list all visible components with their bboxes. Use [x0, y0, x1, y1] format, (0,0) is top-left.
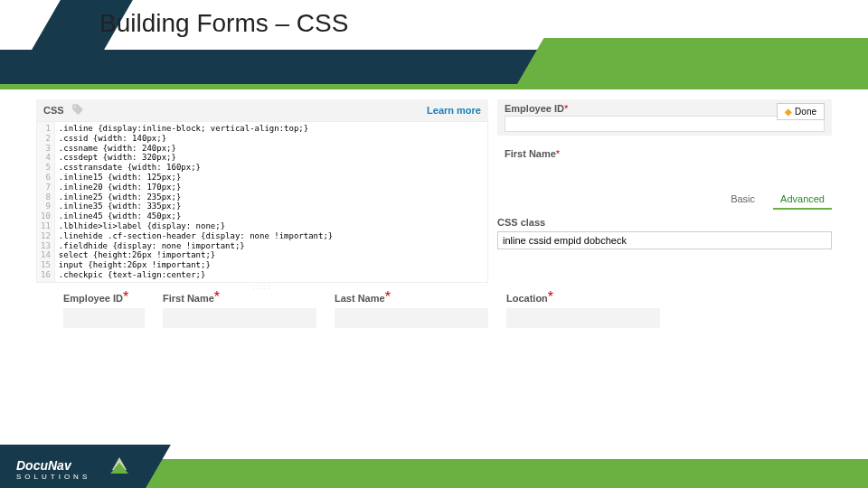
required-asterisk: *: [123, 289, 128, 305]
field-first-name-row: First Name*: [497, 139, 832, 163]
properties-tabs: Basic Advanced: [497, 190, 832, 210]
preview-label: Location: [506, 293, 548, 304]
logo-name: DocuNav: [16, 458, 90, 473]
preview-input-first-name[interactable]: [163, 308, 316, 328]
field-employee-id-row[interactable]: Employee ID* ◆ Done: [497, 99, 832, 136]
preview-input-employee-id[interactable]: [63, 308, 145, 328]
code-line: input {height:26px !important;}: [59, 260, 333, 270]
code-line: .cssdept {width: 320px;}: [59, 153, 333, 163]
code-line: .inline15 {width: 125px;}: [59, 173, 333, 183]
field-label: Employee ID: [505, 103, 564, 114]
preview-label: Employee ID: [63, 293, 123, 304]
code-line: .fieldhide {display: none !important;}: [59, 241, 333, 251]
css-editor-panel: CSS Learn more 12345678910111213141516 .…: [36, 99, 488, 291]
code-line: select {height:26px !important;}: [59, 250, 333, 260]
preview-input-last-name[interactable]: [335, 308, 488, 328]
content-area: CSS Learn more 12345678910111213141516 .…: [36, 99, 832, 291]
field-label: First Name: [505, 148, 556, 159]
required-asterisk: *: [556, 148, 560, 159]
code-line: .inline {display:inline-block; vertical-…: [59, 124, 333, 134]
code-line: .lblhide>li>label {display: none;}: [59, 221, 333, 231]
code-content[interactable]: .inline {display:inline-block; vertical-…: [55, 122, 336, 282]
css-panel-label: CSS: [43, 105, 64, 116]
preview-last-name: Last Name*: [335, 289, 488, 328]
code-line: .cssname {width: 240px;}: [59, 144, 333, 154]
code-editor[interactable]: 12345678910111213141516 .inline {display…: [36, 121, 488, 283]
preview-label: First Name: [163, 293, 214, 304]
preview-employee-id: Employee ID*: [63, 289, 145, 328]
form-preview-row: Employee ID* First Name* Last Name* Loca…: [63, 289, 805, 328]
code-line: .inline25 {width: 235px;}: [59, 192, 333, 202]
learn-more-link[interactable]: Learn more: [427, 105, 481, 116]
preview-label: Last Name: [335, 293, 385, 304]
css-class-label: CSS class: [497, 217, 832, 228]
required-asterisk: *: [214, 289, 220, 305]
code-line: .cssid {width: 140px;}: [59, 134, 333, 144]
done-arrow-icon: ◆: [785, 107, 792, 117]
preview-first-name: First Name*: [163, 289, 316, 328]
slide-header: Building Forms – CSS: [0, 0, 868, 86]
tab-basic[interactable]: Basic: [723, 190, 762, 210]
required-asterisk: *: [548, 289, 553, 305]
line-numbers: 12345678910111213141516: [37, 122, 55, 282]
code-line: .inline35 {width: 335px;}: [59, 202, 333, 211]
css-panel-header: CSS Learn more: [36, 99, 488, 121]
logo-icon: [108, 450, 130, 479]
code-line: .checkpic {text-align:center;}: [59, 270, 333, 280]
required-asterisk: *: [564, 103, 568, 114]
slide-title: Building Forms – CSS: [99, 9, 348, 38]
code-line: .linehide .cf-section-header {display: n…: [59, 231, 333, 241]
tab-advanced[interactable]: Advanced: [773, 190, 832, 210]
done-button[interactable]: ◆ Done: [777, 103, 825, 120]
code-line: .inline45 {width: 450px;}: [59, 211, 333, 221]
required-asterisk: *: [385, 289, 391, 305]
tag-icon: [71, 103, 84, 117]
preview-location: Location*: [506, 289, 660, 328]
preview-input-location[interactable]: [506, 308, 660, 328]
slide-footer: DocuNav SOLUTIONS: [0, 445, 868, 488]
css-class-input[interactable]: [497, 231, 832, 249]
footer-logo: DocuNav SOLUTIONS: [16, 458, 90, 481]
done-label: Done: [795, 107, 816, 117]
code-line: .inline20 {width: 170px;}: [59, 183, 333, 192]
code-line: .csstransdate {width: 160px;}: [59, 163, 333, 173]
properties-panel: Employee ID* ◆ Done First Name* Basic Ad…: [497, 99, 832, 291]
logo-tagline: SOLUTIONS: [16, 473, 90, 481]
